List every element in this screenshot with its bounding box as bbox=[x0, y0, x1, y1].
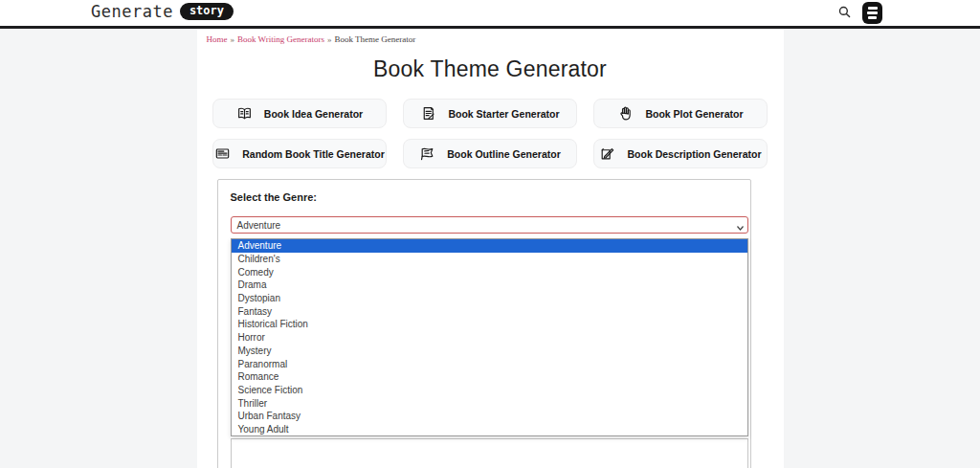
page-title: Book Theme Generator bbox=[197, 56, 784, 82]
genre-option[interactable]: Young Adult bbox=[232, 423, 747, 436]
genre-option[interactable]: Adventure bbox=[232, 239, 747, 253]
generator-link-label: Book Idea Generator bbox=[264, 108, 363, 120]
random-book-title-generator-button[interactable]: Random Book Title Generator bbox=[212, 139, 387, 168]
genre-form-panel: Select the Genre: Adventure AdventureChi… bbox=[217, 179, 751, 468]
book-description-icon bbox=[599, 145, 615, 162]
generator-link-label: Book Starter Generator bbox=[448, 108, 559, 120]
genre-option[interactable]: Paranormal bbox=[232, 357, 747, 370]
generator-link-label: Book Description Generator bbox=[627, 148, 761, 160]
result-area bbox=[231, 438, 748, 468]
book-idea-icon bbox=[236, 105, 253, 122]
generator-link-label: Book Outline Generator bbox=[447, 148, 560, 160]
book-plot-generator-button[interactable]: Book Plot Generator bbox=[593, 99, 768, 128]
breadcrumb-current: Book Theme Generator bbox=[334, 34, 415, 44]
header: Generate story bbox=[0, 0, 980, 26]
genre-option[interactable]: Thriller bbox=[232, 396, 747, 410]
logo-text: Generate bbox=[91, 2, 173, 21]
search-icon bbox=[838, 7, 851, 21]
book-starter-icon bbox=[420, 105, 436, 122]
breadcrumb-link[interactable]: Book Writing Generators bbox=[237, 34, 324, 44]
logo-badge: story bbox=[180, 3, 234, 20]
main-content: Home»Book Writing Generators»Book Theme … bbox=[197, 29, 784, 468]
random-book-title-icon bbox=[214, 145, 231, 162]
book-plot-icon bbox=[617, 105, 634, 122]
genre-option[interactable]: Science Fiction bbox=[232, 384, 747, 397]
site-logo[interactable]: Generate story bbox=[91, 2, 234, 21]
genre-option[interactable]: Children's bbox=[232, 253, 747, 266]
book-outline-icon bbox=[419, 145, 435, 162]
genre-option[interactable]: Mystery bbox=[232, 345, 747, 358]
genre-option[interactable]: Romance bbox=[232, 370, 747, 384]
genre-option[interactable]: Historical Fiction bbox=[232, 318, 747, 331]
genre-select-value: Adventure bbox=[237, 220, 281, 231]
genre-option[interactable]: Drama bbox=[232, 279, 747, 292]
genre-option[interactable]: Horror bbox=[232, 331, 747, 345]
genre-option[interactable]: Urban Fantasy bbox=[232, 410, 747, 423]
genre-option[interactable]: Dystopian bbox=[232, 292, 747, 305]
breadcrumb-separator: » bbox=[327, 34, 332, 44]
book-idea-generator-button[interactable]: Book Idea Generator bbox=[212, 99, 387, 128]
genre-option[interactable]: Comedy bbox=[232, 265, 747, 279]
chevron-down-icon bbox=[737, 222, 744, 233]
book-description-generator-button[interactable]: Book Description Generator bbox=[593, 139, 768, 168]
generator-link-label: Book Plot Generator bbox=[645, 108, 743, 120]
genre-option[interactable]: Fantasy bbox=[232, 304, 747, 318]
generator-links-grid: Book Idea GeneratorBook Starter Generato… bbox=[212, 99, 768, 168]
page-background: Home»Book Writing Generators»Book Theme … bbox=[0, 29, 980, 468]
search-button[interactable] bbox=[838, 6, 851, 21]
menu-button[interactable] bbox=[862, 2, 882, 24]
breadcrumb-separator: » bbox=[231, 34, 235, 44]
breadcrumb: Home»Book Writing Generators»Book Theme … bbox=[197, 29, 784, 44]
generator-link-label: Random Book Title Generator bbox=[242, 148, 385, 160]
breadcrumb-link[interactable]: Home bbox=[207, 34, 228, 44]
genre-select[interactable]: Adventure bbox=[231, 216, 748, 234]
book-outline-generator-button[interactable]: Book Outline Generator bbox=[403, 139, 577, 168]
genre-label: Select the Genre: bbox=[231, 191, 748, 203]
genre-options-dropdown: AdventureChildren'sComedyDramaDystopianF… bbox=[231, 238, 748, 436]
book-starter-generator-button[interactable]: Book Starter Generator bbox=[403, 99, 577, 128]
